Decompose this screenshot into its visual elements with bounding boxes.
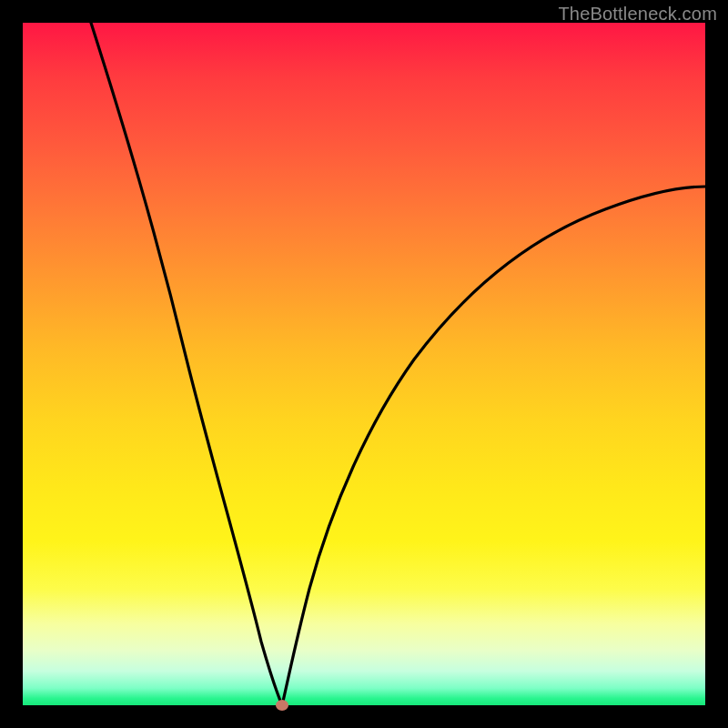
curve-right-branch — [282, 187, 705, 705]
curve-left-branch — [91, 23, 282, 705]
chart-frame: TheBottleneck.com — [0, 0, 728, 728]
optimal-point-marker — [276, 700, 288, 711]
plot-area — [23, 23, 705, 705]
watermark-text: TheBottleneck.com — [558, 4, 717, 25]
bottleneck-curve — [23, 23, 705, 705]
